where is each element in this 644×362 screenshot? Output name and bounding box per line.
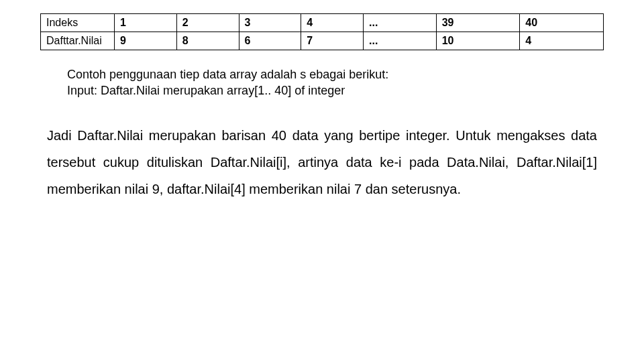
table-cell: 6 — [239, 32, 301, 50]
note-line: Contoh penggunaan tiep data array adalah… — [67, 66, 644, 82]
index-table-container: Indeks 1 2 3 4 ... 39 40 Dafttar.Nilai 9… — [0, 0, 644, 50]
note-line: Input: Daftar.Nilai merupakan array[1.. … — [67, 82, 644, 99]
table-cell: 10 — [436, 32, 520, 50]
explanation-paragraph: Jadi Daftar.Nilai merupakan barisan 40 d… — [47, 122, 597, 202]
table-cell: ... — [364, 32, 437, 50]
table-row: Dafttar.Nilai 9 8 6 7 ... 10 4 — [41, 32, 604, 50]
table-cell: 3 — [239, 14, 301, 32]
index-table: Indeks 1 2 3 4 ... 39 40 Dafttar.Nilai 9… — [40, 13, 604, 50]
table-cell: 4 — [520, 32, 604, 50]
table-cell: 2 — [176, 14, 239, 32]
row-label: Indeks — [41, 14, 115, 32]
table-row: Indeks 1 2 3 4 ... 39 40 — [41, 14, 604, 32]
table-cell: 1 — [115, 14, 177, 32]
table-cell: 9 — [115, 32, 177, 50]
table-cell: ... — [364, 14, 437, 32]
table-cell: 8 — [176, 32, 239, 50]
table-cell: 7 — [301, 32, 364, 50]
table-cell: 40 — [520, 14, 604, 32]
row-label: Dafttar.Nilai — [41, 32, 115, 50]
table-cell: 4 — [301, 14, 364, 32]
usage-note: Contoh penggunaan tiep data array adalah… — [67, 66, 644, 99]
table-cell: 39 — [436, 14, 520, 32]
